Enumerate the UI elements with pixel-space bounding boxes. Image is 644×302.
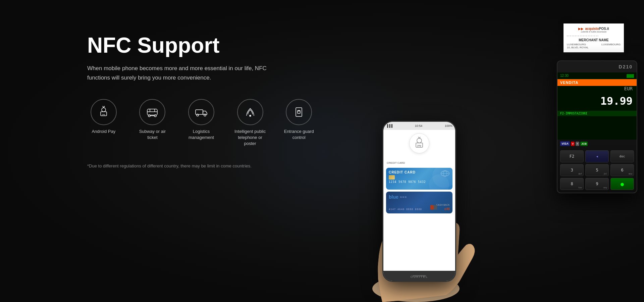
key-back[interactable]: ◂ — [585, 150, 609, 162]
pos-screen: 12:30 ▓▓▓ VENDITA EUR 19.99 F2-IMPOSTAZI… — [557, 72, 637, 140]
card2-bank: citi — [444, 207, 450, 211]
pos-receipt: ▶▶ acquistoPOS.it Libertà in tutta sicur… — [564, 23, 624, 52]
maestro-logo: V — [571, 142, 575, 146]
phone-content-area: CREDIT CARD CREDIT CARD 1234 5678 9876 5… — [383, 159, 455, 271]
phone-signal-icon — [243, 105, 257, 119]
card2-cashback: CASH BACK — [436, 204, 450, 206]
receipt-merchant: MERCHANT NAME — [567, 38, 621, 42]
truck-icon — [194, 105, 208, 119]
receipt-logo: ▶▶ acquistoPOS.it Libertà in tutta sicur… — [567, 27, 621, 33]
pos-vendita-bar: VENDITA — [557, 79, 637, 86]
phone-body: ▐▐▐ 10:54 100% pay — [382, 121, 456, 282]
credit-card-2: blue ≋≋≋ CASH BACK citi 4147 4640 8888 8… — [386, 192, 452, 213]
jcb-logo: JCB — [580, 142, 588, 146]
pos-screen-header: 12:30 ▓▓▓ — [557, 72, 637, 79]
credit-card-1: CREDIT CARD 1234 5678 9876 5432 — [386, 168, 452, 190]
android-pay-label: Android Pay — [92, 129, 115, 135]
tablet-lock-icon — [292, 105, 306, 119]
pos-model: D210 — [619, 64, 633, 69]
key-8[interactable]: 8tuv — [560, 178, 584, 190]
pos-battery-icon: ▓▓▓ — [627, 74, 634, 78]
svg-point-0 — [102, 108, 106, 112]
feature-subway-ticket: Subway or air ticket — [136, 99, 169, 141]
feature-logistics: Logistics management — [185, 99, 218, 141]
oukitel-label: OUKITEL — [411, 275, 428, 279]
page-wrapper: NFC Support When mobile phone becomes mo… — [0, 0, 644, 302]
key-6[interactable]: 6mno — [610, 164, 634, 176]
receipt-city1: LUXEMBOURG — [567, 43, 586, 46]
svg-point-17 — [417, 138, 422, 143]
pos-amount: 19.99 — [557, 91, 637, 111]
receipt-city2: LUXEMBOURG — [601, 43, 621, 46]
phone-screen: ▐▐▐ 10:54 100% pay — [383, 122, 455, 281]
oukitel-brand: OUKITEL — [411, 273, 428, 279]
key-doc[interactable]: doc — [610, 150, 634, 162]
subway-ticket-label: Subway or air ticket — [136, 129, 169, 141]
phone-container: ▐▐▐ 10:54 100% pay — [356, 34, 483, 302]
svg-rect-10 — [196, 110, 203, 114]
card2-symbol — [430, 204, 438, 210]
telephone-poster-label: Intelligent public telephone or poster — [234, 129, 267, 147]
card2-number: 4147 4640 8888 8888 — [389, 208, 422, 211]
svg-rect-3 — [147, 109, 157, 115]
card2-waves: ≋≋≋ — [400, 196, 407, 199]
phone-signal-bars: ▐▐▐ — [386, 124, 392, 128]
bus-icon — [145, 105, 159, 119]
pos-body: D210 12:30 ▓▓▓ VENDITA EUR 19.99 F2-IMPO… — [557, 60, 637, 193]
phone-status-bar: ▐▐▐ 10:54 100% — [383, 122, 455, 130]
pos-keypad: F2 ◂ doc 3def 5jkl 6mno 8tuv 9wxy ● — [557, 148, 637, 193]
pos-model-area: D210 — [557, 61, 637, 72]
credit-card-section-label: CREDIT CARD — [386, 161, 405, 164]
svg-rect-15 — [298, 111, 300, 113]
receipt-tagline: Libertà in tutta sicurezza — [567, 31, 621, 33]
key-9[interactable]: 9wxy — [585, 178, 609, 190]
receipt-address-row: LUXEMBOURG LUXEMBOURG 10, BLVD, ROYAL — [567, 43, 621, 49]
android-pay-section: pay — [383, 130, 455, 159]
pos-terminal: ▶▶ acquistoPOS.it Libertà in tutta sicur… — [537, 13, 637, 255]
pos-time: 12:30 — [560, 74, 569, 78]
nfc-features-row: pay Android Pay — [87, 99, 315, 147]
android-pay-icon: pay — [97, 105, 111, 119]
visa-logo: VISA — [560, 141, 570, 146]
phone-battery: 100% — [445, 124, 452, 128]
android-pay-icon-circle: pay — [91, 99, 117, 125]
phone-time: 10:54 — [415, 124, 423, 128]
key-f2[interactable]: F2 — [560, 150, 584, 162]
svg-rect-24 — [434, 205, 437, 210]
android-pay-phone-icon: pay — [413, 137, 426, 150]
card1-globe-icon — [440, 170, 450, 177]
svg-rect-23 — [430, 205, 434, 210]
key-3[interactable]: 3def — [560, 164, 584, 176]
key-enter[interactable]: ● — [610, 178, 634, 190]
logistics-icon-circle — [188, 99, 214, 125]
left-content: NFC Support When mobile phone becomes mo… — [87, 34, 315, 168]
card1-number: 1234 5678 9876 5432 — [389, 181, 450, 184]
subway-ticket-icon-circle — [139, 99, 165, 125]
card1-chip — [389, 175, 395, 180]
android-pay-logo: pay — [409, 133, 429, 153]
telephone-poster-icon-circle — [237, 99, 263, 125]
entrance-guard-label: Entrance guard control — [282, 129, 315, 141]
pos-f2-bar: F2-IMPOSTAZIONI — [557, 111, 637, 116]
right-content: ▐▐▐ 10:54 100% pay — [335, 0, 644, 302]
receipt-address1: 10, BLVD, ROYAL — [567, 46, 621, 49]
feature-telephone-poster: Intelligent public telephone or poster — [234, 99, 267, 147]
svg-point-13 — [250, 115, 251, 116]
disclaimer-text: *Due to different regulations of differe… — [87, 163, 315, 168]
key-5[interactable]: 5jkl — [585, 164, 609, 176]
svg-text:pay: pay — [417, 144, 421, 147]
card-logo-3: ≡ — [576, 142, 579, 146]
page-title: NFC Support — [87, 34, 315, 57]
pos-card-logos: VISA V ≡ JCB — [557, 140, 637, 148]
receipt-dots: •••••••••••••••••••• — [567, 34, 621, 37]
feature-android-pay: pay Android Pay — [87, 99, 120, 135]
logistics-label: Logistics management — [185, 129, 218, 141]
page-subtitle: When mobile phone becomes more and more … — [87, 64, 282, 82]
svg-rect-14 — [296, 108, 302, 116]
entrance-guard-icon-circle — [286, 99, 312, 125]
svg-text:pay: pay — [102, 113, 105, 115]
feature-entrance-guard: Entrance guard control — [282, 99, 315, 141]
card2-brand: blue — [389, 194, 398, 200]
pos-currency: EUR — [557, 86, 637, 91]
